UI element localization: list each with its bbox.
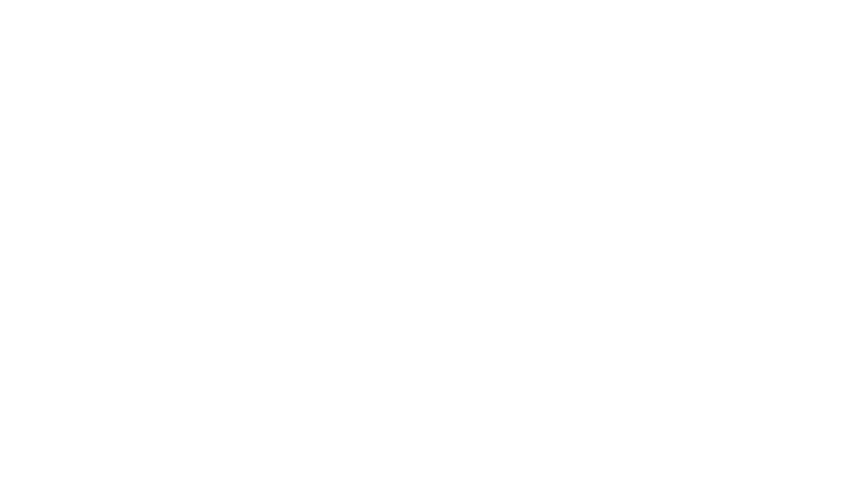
- connections-svg: [0, 0, 868, 502]
- diagram-container: [0, 0, 868, 502]
